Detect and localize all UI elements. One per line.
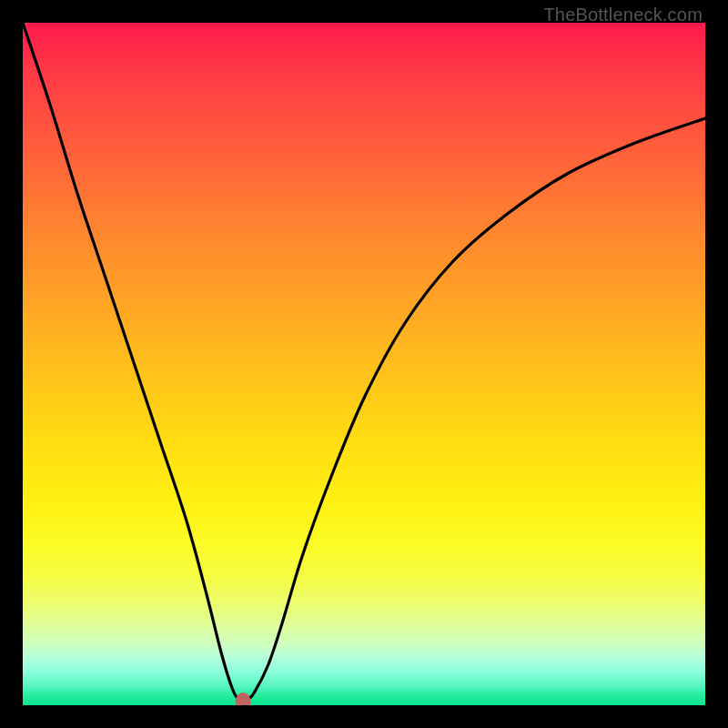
plot-area <box>23 23 705 705</box>
chart-frame: TheBottleneck.com <box>0 0 728 728</box>
curve-svg <box>23 23 705 705</box>
watermark-text: TheBottleneck.com <box>543 5 703 25</box>
optimal-point-marker <box>236 693 251 706</box>
bottleneck-curve <box>23 23 705 700</box>
